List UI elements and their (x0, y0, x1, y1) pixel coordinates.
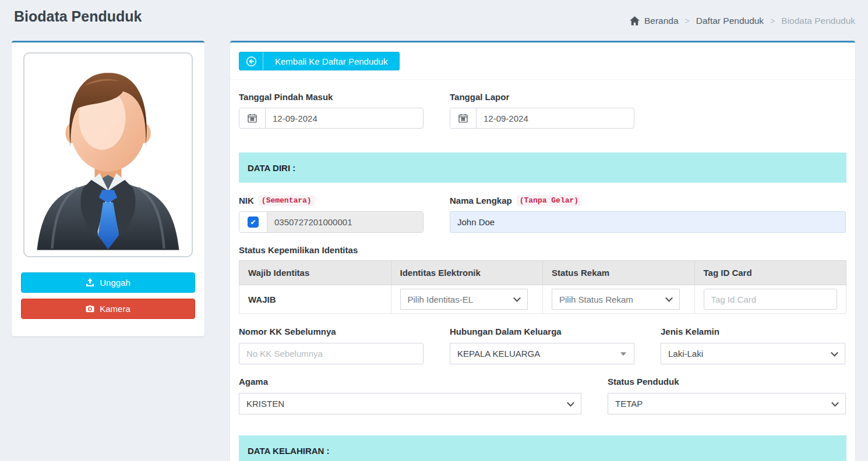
breadcrumb: Beranda > Daftar Penduduk > Biodata Pend… (630, 16, 855, 26)
tanggal-lapor-input[interactable] (477, 108, 634, 128)
breadcrumb-separator: > (685, 16, 690, 26)
section-data-kelahiran: DATA KELAHIRAN : (239, 435, 846, 461)
nik-input[interactable] (267, 212, 423, 232)
status-kepemilikan-table: Wajib Identitas Identitas Elektronik Sta… (239, 260, 846, 314)
chevron-down-icon (513, 295, 521, 302)
upload-button[interactable]: Unggah (21, 272, 195, 293)
chevron-down-icon (567, 399, 574, 406)
camera-button[interactable]: Kamera (21, 299, 195, 319)
nik-nama-row: NIK (Sementara) Nama Lengkap (Tanpa Gela… (239, 194, 846, 233)
col-tag-id-card: Tag ID Card (694, 261, 846, 285)
status-penduduk-label: Status Penduduk (608, 375, 846, 388)
hubungan-keluarga-label: Hubungan Dalam Keluarga (450, 325, 634, 338)
triangle-down-icon (620, 352, 626, 356)
nomor-kk-input[interactable] (239, 343, 424, 364)
status-penduduk-value: TETAP (615, 399, 643, 409)
chevron-down-icon (831, 399, 839, 406)
status-rekam-value: Pilih Status Rekam (559, 295, 633, 304)
tag-id-card-input[interactable] (704, 289, 838, 310)
agama-value: KRISTEN (246, 399, 284, 409)
identitas-elektronik-select[interactable]: Pilih Identitas-EL (400, 289, 528, 310)
agama-status-row: Agama KRISTEN Status Penduduk TETAP (239, 375, 846, 414)
back-button-label: Kembali Ke Daftar Penduduk (263, 52, 399, 70)
form-header: Kembali Ke Daftar Penduduk (230, 42, 855, 80)
identitas-elektronik-value: Pilih Identitas-EL (408, 295, 474, 304)
status-kepemilikan-label: Status Kepemilikan Identitas (239, 244, 846, 256)
breadcrumb-separator: > (770, 16, 775, 26)
tanggal-pindah-masuk-label: Tanggal Pindah Masuk (239, 91, 424, 103)
home-icon (630, 16, 640, 26)
nomor-kk-label: Nomor KK Sebelumnya (239, 325, 424, 338)
dates-row: Tanggal Pindah Masuk Tangg (239, 91, 846, 129)
nik-label: NIK (239, 196, 254, 205)
upload-button-label: Unggah (100, 278, 130, 288)
profile-photo (23, 52, 193, 257)
biodata-form-panel: Kembali Ke Daftar Penduduk Tanggal Pinda… (230, 41, 855, 461)
tanpa-gelar-badge: (Tanpa Gelar) (517, 195, 581, 206)
nama-lengkap-label: Nama Lengkap (450, 196, 512, 205)
businessman-avatar-image (24, 54, 192, 256)
calendar-icon[interactable] (450, 108, 477, 128)
tanggal-pindah-masuk-input[interactable] (266, 108, 423, 128)
agama-select[interactable]: KRISTEN (239, 393, 581, 414)
chevron-down-icon (831, 349, 838, 356)
tanggal-pindah-masuk-group (239, 108, 424, 129)
hubungan-keluarga-value: KEPALA KELUARGA (457, 349, 540, 359)
camera-icon (86, 304, 94, 313)
back-to-list-button[interactable]: Kembali Ke Daftar Penduduk (239, 52, 400, 70)
table-header-row: Wajib Identitas Identitas Elektronik Sta… (239, 261, 846, 285)
table-row: WAJIB Pilih Identitas-EL Pilih Status Re… (239, 285, 846, 314)
jenis-kelamin-value: Laki-Laki (668, 349, 703, 359)
wajib-identitas-value: WAJIB (239, 285, 391, 314)
col-status-rekam: Status Rekam (543, 261, 695, 285)
tanggal-lapor-label: Tanggal Lapor (450, 91, 634, 103)
col-identitas-elektronik: Identitas Elektronik (391, 261, 543, 285)
kk-hubungan-kelamin-row: Nomor KK Sebelumnya Hubungan Dalam Kelua… (239, 325, 846, 364)
breadcrumb-daftar-penduduk[interactable]: Daftar Penduduk (696, 16, 764, 26)
chevron-down-icon (665, 295, 673, 302)
upload-icon (86, 278, 94, 287)
nama-lengkap-input[interactable] (450, 211, 846, 233)
nik-group (239, 211, 424, 233)
calendar-icon[interactable] (239, 108, 266, 128)
status-penduduk-select[interactable]: TETAP (608, 393, 846, 414)
nik-sementara-checkbox[interactable] (248, 217, 259, 228)
camera-button-label: Kamera (100, 304, 130, 314)
breadcrumb-current: Biodata Penduduk (781, 16, 855, 26)
col-wajib-identitas: Wajib Identitas (239, 261, 391, 285)
breadcrumb-label: Beranda (644, 16, 679, 26)
nik-sementara-badge: (Sementara) (259, 195, 315, 206)
arrow-circle-left-icon (239, 52, 263, 70)
breadcrumb-beranda[interactable]: Beranda (630, 16, 679, 26)
agama-label: Agama (239, 375, 581, 388)
status-rekam-select[interactable]: Pilih Status Rekam (552, 289, 680, 310)
nik-checkbox-addon (239, 212, 267, 232)
page-title: Biodata Penduduk (14, 8, 142, 25)
photo-panel: Unggah Kamera (12, 41, 204, 336)
tanggal-lapor-group (450, 108, 634, 129)
jenis-kelamin-select[interactable]: Laki-Laki (661, 343, 845, 364)
jenis-kelamin-label: Jenis Kelamin (661, 325, 845, 338)
hubungan-keluarga-select[interactable]: KEPALA KELUARGA (450, 343, 634, 364)
section-data-diri: DATA DIRI : (239, 153, 846, 183)
